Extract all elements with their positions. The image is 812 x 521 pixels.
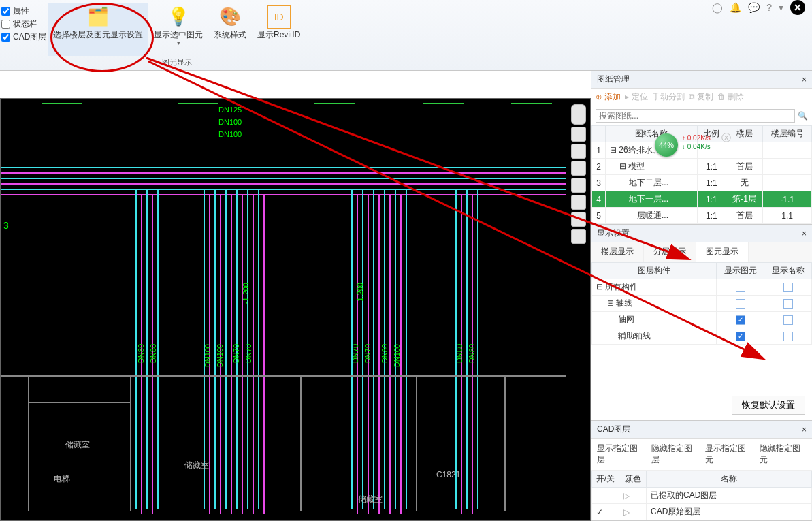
pipe-label: DN125 (218, 106, 242, 114)
split-button: 手动分割 (652, 91, 685, 103)
style-icon: 🎨 (218, 5, 242, 29)
tree-row[interactable]: ⊟ 所有构件 (592, 279, 812, 296)
copy-button: ⧉ 复制 (689, 91, 713, 103)
show-selected-button[interactable]: 💡 显示选中图元 ▾ (148, 3, 208, 56)
panel-close-icon[interactable]: × (802, 229, 807, 238)
tab-element-display[interactable]: 图元显示 (696, 242, 749, 262)
panel-title: 显示设置 (597, 227, 630, 239)
tool-orbit[interactable] (571, 161, 586, 176)
pipe-label: DN70 (363, 344, 372, 363)
select-floor-display-button[interactable]: 🗂️ 选择楼层及图元显示设置 (48, 3, 148, 56)
hide-element-button[interactable]: 隐藏指定图元 (760, 443, 807, 466)
tool-section[interactable] (571, 178, 586, 193)
pipe-label: DN100 (204, 344, 212, 367)
pipe-label: DN80 (455, 344, 464, 363)
show-element-button[interactable]: 显示指定图元 (705, 443, 753, 466)
cad-layer-table[interactable]: 开/关 颜色 名称 ▷已提取的CAD图层✓▷CAD原始图层 (591, 471, 812, 520)
help-icon[interactable]: ? (766, 2, 772, 13)
panel-cad-layer: CAD图层× 显示指定图层 隐藏指定图层 显示指定图元 隐藏指定图元 开/关 颜… (591, 421, 812, 521)
tree-row[interactable]: ⊟ 轴线 (592, 296, 812, 312)
hide-layer-button[interactable]: 隐藏指定图层 (651, 443, 699, 466)
table-row[interactable]: 2⊟ 模型1:1首层 (592, 159, 812, 175)
grid-icon: 🗂️ (86, 5, 110, 29)
tool-measure[interactable] (571, 195, 586, 210)
pipe-label: DN100 (393, 344, 401, 367)
table-row[interactable]: 4地下一层...1:1第-1层-1.1 (592, 191, 812, 208)
tab-layer-display[interactable]: 分层显示 (644, 242, 696, 262)
restore-defaults-button[interactable]: 恢复默认设置 (732, 396, 805, 415)
cad-canvas[interactable]: DN125 DN100 DN100 (0, 98, 591, 521)
elev-label: -1.200 (356, 283, 364, 304)
user-icon[interactable]: ◯ (712, 2, 723, 13)
chat-icon[interactable]: 💬 (748, 2, 760, 13)
panel-title: 图纸管理 (597, 74, 630, 85)
toggle-properties[interactable]: 属性 (1, 5, 46, 17)
system-style-button[interactable]: 🎨 系统样式 (208, 3, 252, 56)
tool-more[interactable] (571, 229, 586, 244)
ribbon-group-display: 🗂️ 选择楼层及图元显示设置 💡 显示选中图元 ▾ 🎨 系统样式 ID 显示Re… (48, 0, 306, 70)
room-label: 储藏室 (65, 439, 90, 451)
toggle-cadlayer[interactable]: CAD图层 (1, 31, 46, 43)
tool-zoom[interactable] (571, 127, 586, 142)
ribbon-group-label: 图元显示 (162, 57, 192, 67)
display-tree[interactable]: 图层构件 显示图元 显示名称 ⊟ 所有构件⊟ 轴线轴网✓辅助轴线✓ (591, 262, 812, 345)
show-layer-button[interactable]: 显示指定图层 (597, 443, 645, 466)
pipe-label: DN70 (351, 344, 359, 363)
room-label: 储藏室 (358, 494, 383, 505)
axis-mark: 3 (3, 220, 9, 231)
table-row[interactable]: 3地下二层...1:1无 (592, 175, 812, 191)
pipe-label: DN100 (218, 118, 242, 126)
avatar[interactable]: ✕ (790, 0, 805, 15)
progress-badge[interactable]: 44% (655, 133, 678, 157)
search-icon[interactable]: 🔍 (798, 111, 808, 121)
bell-icon[interactable]: 🔔 (730, 2, 741, 13)
pipe-label: DN80 (468, 344, 476, 363)
elev-label: -1.200 (242, 283, 250, 304)
tool-layers[interactable] (571, 212, 586, 227)
pipe-label: DN100 (216, 344, 224, 367)
view-toolbar (571, 104, 586, 244)
add-button[interactable]: ⊕ 添加 (596, 91, 621, 103)
locate-button: ▸ 定位 (625, 91, 647, 103)
show-revitid-button[interactable]: ID 显示RevitID (252, 3, 306, 56)
room-label: C1821 (436, 470, 460, 479)
tab-floor-display[interactable]: 楼层显示 (591, 242, 644, 262)
tree-row[interactable]: 轴网✓ (592, 312, 812, 328)
id-icon: ID (267, 5, 291, 29)
table-row[interactable]: ✓▷CAD原始图层 (592, 504, 812, 520)
pipe-label: DN70 (244, 344, 253, 363)
delete-button: 🗑 删除 (717, 91, 744, 103)
speed-indicator: ↑ 0.02K/s ↓ 0.04K/s (682, 133, 711, 151)
pipe-label: DN80 (149, 344, 157, 363)
pipe-label: DN80 (380, 344, 389, 363)
panel-close-icon[interactable]: × (802, 75, 807, 84)
panel-display-settings: 显示设置× 楼层显示 分层显示 图元显示 图层构件 显示图元 显示名称 ⊟ 所有… (591, 225, 812, 421)
dropdown-icon[interactable]: ▾ (779, 2, 783, 13)
table-row[interactable]: ▷已提取的CAD图层 (592, 488, 812, 504)
pipe-label: DN70 (232, 344, 240, 363)
toggle-statusbar[interactable]: 状态栏 (1, 18, 46, 30)
panel-title: CAD图层 (597, 424, 630, 435)
tool-pan[interactable] (571, 144, 586, 159)
room-label: 电梯 (54, 473, 70, 485)
room-label: 储藏室 (184, 460, 209, 471)
drawing-search-input[interactable] (596, 109, 795, 123)
table-row[interactable]: 5一层暖通...1:1首层1.1 (592, 208, 812, 224)
ribbon: 属性 状态栏 CAD图层 🗂️ 选择楼层及图元显示设置 💡 显示选中图元 ▾ 🎨… (0, 0, 812, 71)
pipe-label: DN80 (137, 344, 145, 363)
tree-row[interactable]: 辅助轴线✓ (592, 328, 812, 345)
panel-close-icon[interactable]: × (802, 425, 807, 435)
bulb-icon: 💡 (167, 5, 190, 29)
nav-cube[interactable] (571, 104, 586, 125)
pipe-label: DN100 (218, 130, 242, 138)
ribbon-view-toggles: 属性 状态栏 CAD图层 (0, 0, 48, 70)
badge-close-icon[interactable]: ⓧ (721, 132, 731, 144)
